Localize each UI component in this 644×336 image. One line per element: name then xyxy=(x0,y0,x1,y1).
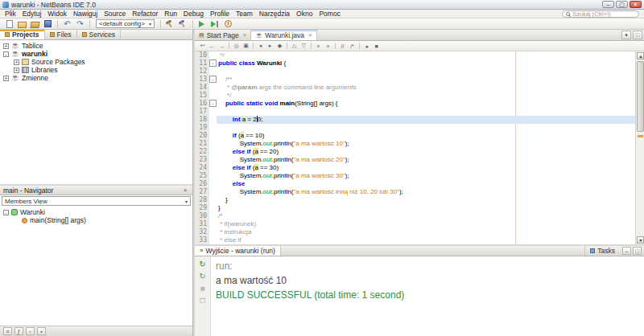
menu-item-team[interactable]: Team xyxy=(233,10,256,18)
maximize-editor-button[interactable]: □ xyxy=(633,31,642,39)
clear-button[interactable]: □ xyxy=(197,295,208,305)
menu-item-narz-dzia[interactable]: Narzędzia xyxy=(256,10,293,18)
tree-expander[interactable]: + xyxy=(14,68,19,73)
code-token: else xyxy=(233,148,246,155)
tree-item-source-packages[interactable]: +Source Packages xyxy=(0,58,192,66)
macro-stop-icon[interactable]: ■ xyxy=(372,42,381,51)
editor-tab-warunki-java[interactable]: ☕Warunki.java× xyxy=(251,30,316,40)
editor-tab-start-page[interactable]: ▤Start Page× xyxy=(195,30,251,40)
profile-button[interactable] xyxy=(222,18,234,29)
tree-expander[interactable]: - xyxy=(3,51,9,57)
menu-item-edytuj[interactable]: Edytuj xyxy=(19,10,45,18)
close-button[interactable]: ✕ xyxy=(630,1,642,8)
maximize-button[interactable]: ▢ xyxy=(616,1,628,8)
menu-item-profile[interactable]: Profile xyxy=(207,10,233,18)
tab-projects[interactable]: Projects xyxy=(0,30,45,39)
minimize-button[interactable]: – xyxy=(602,1,614,8)
tree-expander[interactable]: + xyxy=(3,76,9,81)
fold-marker xyxy=(209,196,217,204)
previous-error-icon[interactable]: △ xyxy=(290,42,299,51)
navigator-close-button[interactable]: × xyxy=(181,186,189,194)
rerun-button[interactable]: ↻ xyxy=(197,259,208,269)
output-maximize-button[interactable]: □ xyxy=(633,247,642,255)
code-text: public static void main(String[] args) { xyxy=(217,100,644,108)
tasks-tab[interactable]: Tasks xyxy=(584,246,620,256)
macro-record-icon[interactable]: ● xyxy=(362,42,371,51)
menu-item-okno[interactable]: Okno xyxy=(293,10,316,18)
code-token: = 2 xyxy=(246,116,257,123)
menu-item-refactor[interactable]: Refactor xyxy=(129,10,161,18)
shift-right-icon[interactable]: » xyxy=(324,42,332,51)
tree-item-warunki[interactable]: -Warunki xyxy=(0,208,192,216)
menu-item-plik[interactable]: Plik xyxy=(2,10,19,18)
show-static-members-button[interactable]: ▫ xyxy=(26,327,35,335)
code-editor[interactable]: 10 */11-public class Warunki {1213- /**1… xyxy=(195,51,644,244)
show-inherited-members-button[interactable]: ▪ xyxy=(37,327,46,335)
tree-item-main-string-args[interactable]: main(String[] args) xyxy=(0,216,192,224)
tab-services[interactable]: Services xyxy=(77,30,122,39)
open-project-button[interactable] xyxy=(29,18,41,29)
comment-icon[interactable]: // xyxy=(338,42,347,51)
editor-tab-label: Warunki.java xyxy=(265,31,304,39)
editor-scrollbar[interactable] xyxy=(635,51,644,244)
navigator-view-select[interactable]: Members View ▾ xyxy=(2,196,191,206)
stop-button[interactable]: ■ xyxy=(197,283,208,293)
toolbar-separator xyxy=(287,43,287,49)
tree-expander[interactable]: + xyxy=(14,59,19,65)
debug-button[interactable] xyxy=(209,18,221,29)
scrollbar-thumb[interactable] xyxy=(637,61,644,132)
back-icon[interactable]: ← xyxy=(208,42,217,51)
highlight-occurrences-icon[interactable]: ▣ xyxy=(242,42,250,51)
search-box[interactable] xyxy=(562,10,639,18)
menu-item-pomoc[interactable]: Pomoc xyxy=(316,10,343,18)
fold-marker[interactable]: - xyxy=(209,59,217,67)
config-select[interactable]: <default config> ▾ xyxy=(96,19,155,28)
output-console[interactable]: run:a ma wartość 10BUILD SUCCESSFUL (tot… xyxy=(211,256,644,336)
close-tab-icon[interactable]: × xyxy=(243,31,247,39)
find-selection-icon[interactable]: ◎ xyxy=(232,42,241,51)
rerun-debug-button[interactable]: ↻ xyxy=(197,271,208,281)
next-error-icon[interactable]: ▽ xyxy=(299,42,308,51)
previous-bookmark-icon[interactable]: ◂ xyxy=(256,42,265,51)
tree-expander[interactable]: + xyxy=(3,43,9,49)
tree-item-zmienne[interactable]: +Zmienne xyxy=(0,74,192,82)
tab-files[interactable]: Files xyxy=(45,30,77,39)
next-bookmark-icon[interactable]: ▸ xyxy=(266,42,275,51)
tree-item-warunki[interactable]: -warunki xyxy=(0,50,192,58)
new-file-button[interactable] xyxy=(3,18,15,29)
tree-item-tablice[interactable]: +Tablice xyxy=(0,42,192,50)
last-edit-icon[interactable]: ↩ xyxy=(198,42,207,51)
forward-icon[interactable]: → xyxy=(217,42,226,51)
redo-button[interactable]: ↷ xyxy=(74,18,86,29)
shift-left-icon[interactable]: « xyxy=(314,42,323,51)
scroll-down-button[interactable] xyxy=(637,236,644,244)
menu-item-run[interactable]: Run xyxy=(161,10,180,18)
tree-item-libraries[interactable]: +Libraries xyxy=(0,66,192,74)
tree-expander[interactable]: - xyxy=(3,210,9,215)
undo-button[interactable]: ↶ xyxy=(61,18,73,29)
menu-item-nawiguj[interactable]: Nawiguj xyxy=(70,10,101,18)
scroll-up-button[interactable] xyxy=(637,52,644,59)
uncomment-icon[interactable]: /* xyxy=(348,42,357,51)
menu-item-source[interactable]: Source xyxy=(101,10,129,18)
tab-list-button[interactable]: ▾ xyxy=(621,31,631,39)
clean-build-button[interactable] xyxy=(177,18,189,29)
save-all-button[interactable] xyxy=(42,18,54,29)
new-project-button[interactable] xyxy=(16,18,28,29)
output-tab[interactable]: » Wyjście - warunki (run) xyxy=(195,246,281,256)
build-button[interactable] xyxy=(164,18,176,29)
menu-item-widok[interactable]: Widok xyxy=(44,10,70,18)
config-value: <default config> xyxy=(99,20,145,27)
sort-alpha-button[interactable]: ≡ xyxy=(3,327,12,335)
show-fields-button[interactable]: ƒ xyxy=(14,327,23,335)
navigator-panel: main - Navigator × Members View ▾ -Warun… xyxy=(0,186,192,336)
output-minimize-button[interactable]: – xyxy=(622,247,631,255)
search-input[interactable] xyxy=(572,10,635,17)
run-button[interactable] xyxy=(196,18,208,29)
tree-item-label: Warunki xyxy=(20,208,45,216)
fold-marker[interactable]: - xyxy=(209,100,217,107)
toggle-bookmark-icon[interactable]: ◆ xyxy=(275,42,284,51)
fold-marker[interactable]: - xyxy=(209,76,217,83)
menu-item-debug[interactable]: Debug xyxy=(180,10,207,18)
close-tab-icon[interactable]: × xyxy=(308,31,312,39)
